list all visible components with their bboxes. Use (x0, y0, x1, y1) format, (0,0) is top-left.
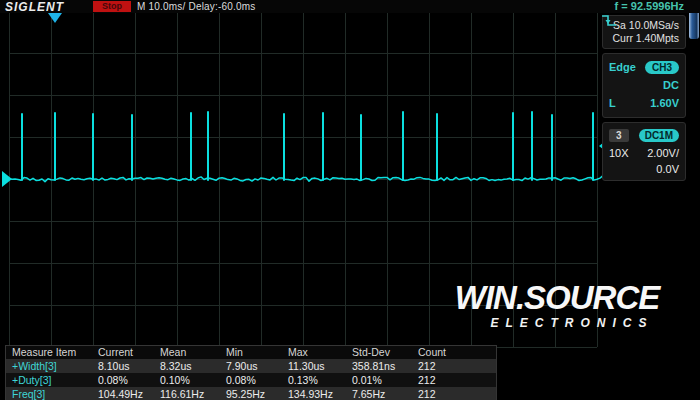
trigger-info-box: Edge CH3 DC L 1.60V (602, 53, 686, 118)
trigger-status-badge: Stop (93, 1, 131, 12)
table-row-freq: Freq[3] 104.49Hz 116.61Hz 95.25Hz 134.93… (6, 387, 496, 400)
frequency-counter: f = 92.5996Hz (615, 0, 684, 12)
col-current: Current (98, 346, 160, 359)
col-stddev: Std-Dev (352, 346, 418, 359)
vertical-offset-readout: 0.0V (656, 163, 679, 175)
sample-rate-readout: Sa 10.0MSa/s (609, 19, 679, 32)
channel3-info-box: 3 DC1M 10X 2.00V/ 0.0V (602, 122, 686, 181)
top-status-bar: SIGLENT Stop M 10.0ms/ Delay:-60.0ms f =… (0, 0, 700, 13)
trigger-level-letter: L (609, 97, 616, 109)
col-max: Max (288, 346, 352, 359)
channel-coupling-badge: DC1M (639, 129, 679, 142)
right-sidebar: Sa 10.0MSa/s Curr 1.40Mpts Edge CH3 DC L… (600, 13, 700, 400)
table-row-duty: +Duty[3] 0.08% 0.10% 0.08% 0.13% 0.01% 2… (6, 373, 496, 387)
trigger-level-value: 1.60V (650, 97, 679, 109)
trigger-position-marker (48, 13, 62, 23)
col-measure-item: Measure Item (12, 346, 98, 359)
timebase-readout: M 10.0ms/ Delay:-60.0ms (137, 1, 256, 12)
col-mean: Mean (160, 346, 226, 359)
vertical-scale-readout: 2.00V/ (647, 147, 679, 159)
measurement-statistics-table: Measure Item Current Mean Min Max Std-De… (5, 345, 497, 400)
brand-logo: SIGLENT (5, 0, 64, 14)
channel-number-badge: 3 (609, 129, 629, 142)
col-min: Min (226, 346, 288, 359)
oscilloscope-screen: SIGLENT Stop M 10.0ms/ Delay:-60.0ms f =… (0, 0, 700, 400)
trigger-type-label: Edge (609, 61, 636, 73)
table-row-width: +Width[3] 8.10us 8.32us 7.90us 11.30us 3… (6, 359, 496, 373)
channel-offset-marker (2, 171, 12, 187)
probe-attenuation-label: 10X (609, 147, 629, 159)
trigger-source-badge: CH3 (645, 61, 679, 74)
measure-table-header: Measure Item Current Mean Min Max Std-De… (6, 346, 496, 359)
col-count: Count (418, 346, 462, 359)
waveform-display (0, 0, 610, 400)
trigger-coupling-label: DC (663, 79, 679, 91)
memory-depth-readout: Curr 1.40Mpts (609, 32, 679, 45)
